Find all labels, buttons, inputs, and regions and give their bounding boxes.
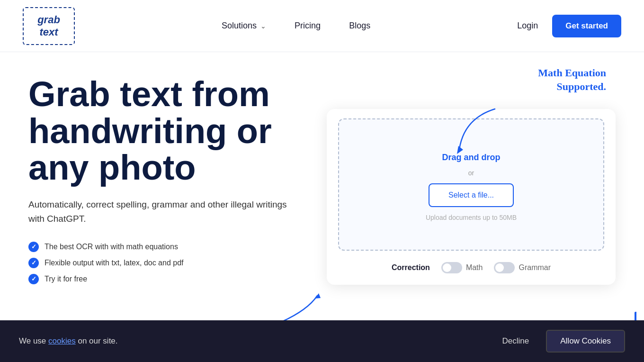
chevron-down-icon: ⌄ [260, 22, 266, 30]
math-arrow [440, 104, 502, 158]
nav-pricing[interactable]: Pricing [295, 21, 321, 31]
select-file-button[interactable]: Select a file... [429, 183, 514, 207]
nav: Solutions ⌄ Pricing Blogs [222, 21, 370, 31]
math-toggle[interactable] [441, 262, 462, 273]
upload-hint: Upload documents up to 50MB [426, 214, 517, 221]
cookie-text: We use cookies on our site. [19, 336, 118, 346]
allow-cookies-button[interactable]: Allow Cookies [546, 330, 625, 353]
correction-label: Correction [392, 263, 430, 272]
logo[interactable]: grab text [23, 7, 75, 45]
svg-marker-1 [315, 293, 321, 299]
feature-text-3: Try it for free [45, 275, 87, 283]
nav-solutions[interactable]: Solutions ⌄ [222, 21, 266, 31]
cookie-banner: We use cookies on our site. Decline Allo… [0, 320, 644, 362]
toggles-row: Correction Math Grammar [338, 260, 604, 273]
math-toggle-label: Math [466, 263, 483, 272]
right-section: Math Equation Supported. Drag and drop o… [327, 66, 616, 285]
feature-item-1: The best OCR with with math equations [28, 242, 303, 252]
grammar-toggle-group: Grammar [494, 262, 551, 273]
nav-blogs[interactable]: Blogs [349, 21, 370, 31]
check-icon-2 [28, 258, 39, 268]
math-annotation: Math Equation Supported. [538, 66, 606, 93]
or-text: or [468, 169, 474, 177]
header: grab text Solutions ⌄ Pricing Blogs Logi… [0, 0, 644, 52]
check-icon-1 [28, 242, 39, 252]
get-started-button[interactable]: Get started [552, 15, 621, 37]
feature-text-2: Flexible output with txt, latex, doc and… [45, 259, 184, 267]
hero-title: Grab text from handwriting or any photo [28, 76, 303, 186]
login-button[interactable]: Login [517, 21, 538, 31]
feature-list: The best OCR with with math equations Fl… [28, 242, 303, 284]
hero-subtitle: Automatically, correct spelling, grammar… [28, 198, 303, 226]
decline-button[interactable]: Decline [493, 332, 539, 351]
left-section: Grab text from handwriting or any photo … [28, 71, 303, 284]
grammar-toggle[interactable] [494, 262, 515, 273]
feature-text-1: The best OCR with with math equations [45, 243, 178, 251]
math-toggle-group: Math [441, 262, 483, 273]
logo-text: grab text [37, 14, 60, 38]
feature-item-2: Flexible output with txt, latex, doc and… [28, 258, 303, 268]
cookie-actions: Decline Allow Cookies [493, 330, 625, 353]
check-icon-3 [28, 274, 39, 284]
feature-item-3: Try it for free [28, 274, 303, 284]
nav-right: Login Get started [517, 15, 621, 37]
grammar-toggle-label: Grammar [519, 263, 551, 272]
cookie-link[interactable]: cookies [48, 336, 76, 345]
